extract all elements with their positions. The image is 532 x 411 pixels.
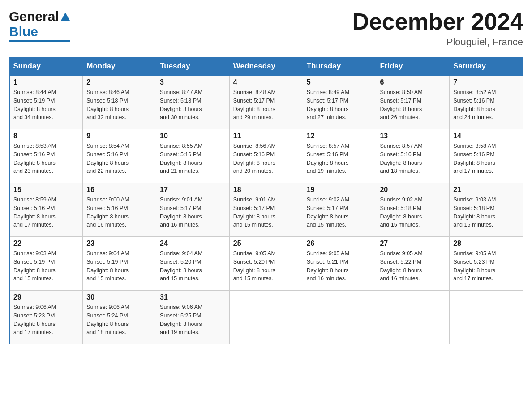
svg-marker-0 <box>61 13 70 21</box>
calendar-day-cell: 28 Sunrise: 9:05 AM Sunset: 5:23 PM Dayl… <box>450 237 523 291</box>
day-number: 10 <box>160 132 226 140</box>
logo-blue: Blue <box>9 24 38 39</box>
calendar-day-cell: 8 Sunrise: 8:53 AM Sunset: 5:16 PM Dayli… <box>9 129 83 183</box>
day-of-week-header: Monday <box>83 57 156 76</box>
calendar-day-cell: 27 Sunrise: 9:05 AM Sunset: 5:22 PM Dayl… <box>376 237 450 291</box>
day-info: Sunrise: 8:56 AM Sunset: 5:16 PM Dayligh… <box>233 142 299 176</box>
calendar-day-cell: 4 Sunrise: 8:48 AM Sunset: 5:17 PM Dayli… <box>229 76 303 129</box>
day-number: 14 <box>453 132 519 140</box>
day-info: Sunrise: 9:00 AM Sunset: 5:16 PM Dayligh… <box>86 196 152 229</box>
day-info: Sunrise: 9:02 AM Sunset: 5:17 PM Dayligh… <box>307 196 373 229</box>
day-info: Sunrise: 8:52 AM Sunset: 5:16 PM Dayligh… <box>453 88 519 122</box>
calendar-table: SundayMondayTuesdayWednesdayThursdayFrid… <box>9 57 523 344</box>
day-info: Sunrise: 8:48 AM Sunset: 5:17 PM Dayligh… <box>233 88 299 122</box>
day-of-week-header: Friday <box>376 57 450 76</box>
day-info: Sunrise: 8:55 AM Sunset: 5:16 PM Dayligh… <box>160 142 226 176</box>
day-number: 12 <box>307 132 373 140</box>
calendar-day-cell: 15 Sunrise: 8:59 AM Sunset: 5:16 PM Dayl… <box>9 183 83 237</box>
day-number: 27 <box>380 240 446 248</box>
day-number: 20 <box>380 186 446 194</box>
day-info: Sunrise: 9:06 AM Sunset: 5:25 PM Dayligh… <box>160 303 226 337</box>
day-info: Sunrise: 8:57 AM Sunset: 5:16 PM Dayligh… <box>380 142 446 176</box>
calendar-day-cell: 11 Sunrise: 8:56 AM Sunset: 5:16 PM Dayl… <box>229 129 303 183</box>
calendar-day-cell: 21 Sunrise: 9:03 AM Sunset: 5:18 PM Dayl… <box>450 183 523 237</box>
day-of-week-header: Thursday <box>303 57 376 76</box>
day-info: Sunrise: 9:05 AM Sunset: 5:23 PM Dayligh… <box>453 249 519 283</box>
day-number: 19 <box>307 186 373 194</box>
logo-triangle-icon <box>61 13 70 21</box>
calendar-day-cell: 10 Sunrise: 8:55 AM Sunset: 5:16 PM Dayl… <box>156 129 230 183</box>
day-info: Sunrise: 9:02 AM Sunset: 5:18 PM Dayligh… <box>380 196 446 229</box>
day-number: 17 <box>160 186 226 194</box>
calendar-day-cell: 26 Sunrise: 9:05 AM Sunset: 5:21 PM Dayl… <box>303 237 376 291</box>
calendar-day-cell: 24 Sunrise: 9:04 AM Sunset: 5:20 PM Dayl… <box>156 237 230 291</box>
day-info: Sunrise: 8:59 AM Sunset: 5:16 PM Dayligh… <box>13 196 79 229</box>
logo: General Blue <box>9 9 70 42</box>
day-number: 7 <box>453 78 519 86</box>
day-info: Sunrise: 8:46 AM Sunset: 5:18 PM Dayligh… <box>86 88 152 122</box>
calendar-day-cell: 29 Sunrise: 9:06 AM Sunset: 5:23 PM Dayl… <box>9 291 83 344</box>
calendar-day-cell: 2 Sunrise: 8:46 AM Sunset: 5:18 PM Dayli… <box>83 76 156 129</box>
day-info: Sunrise: 9:03 AM Sunset: 5:18 PM Dayligh… <box>453 196 519 229</box>
day-of-week-header: Sunday <box>9 57 83 76</box>
month-title: December 2024 <box>352 9 523 34</box>
day-info: Sunrise: 9:06 AM Sunset: 5:23 PM Dayligh… <box>13 303 79 337</box>
calendar-day-cell: 13 Sunrise: 8:57 AM Sunset: 5:16 PM Dayl… <box>376 129 450 183</box>
calendar-day-cell: 5 Sunrise: 8:49 AM Sunset: 5:17 PM Dayli… <box>303 76 376 129</box>
day-info: Sunrise: 9:03 AM Sunset: 5:19 PM Dayligh… <box>13 249 79 283</box>
calendar-week-row: 22 Sunrise: 9:03 AM Sunset: 5:19 PM Dayl… <box>9 237 523 291</box>
calendar-day-cell: 12 Sunrise: 8:57 AM Sunset: 5:16 PM Dayl… <box>303 129 376 183</box>
day-info: Sunrise: 9:04 AM Sunset: 5:19 PM Dayligh… <box>86 249 152 283</box>
calendar-day-cell: 31 Sunrise: 9:06 AM Sunset: 5:25 PM Dayl… <box>156 291 230 344</box>
calendar-week-row: 29 Sunrise: 9:06 AM Sunset: 5:23 PM Dayl… <box>9 291 523 344</box>
day-number: 13 <box>380 132 446 140</box>
calendar-day-cell: 22 Sunrise: 9:03 AM Sunset: 5:19 PM Dayl… <box>9 237 83 291</box>
day-number: 21 <box>453 186 519 194</box>
day-info: Sunrise: 9:05 AM Sunset: 5:20 PM Dayligh… <box>233 249 299 283</box>
day-info: Sunrise: 9:01 AM Sunset: 5:17 PM Dayligh… <box>160 196 226 229</box>
calendar-day-cell: 16 Sunrise: 9:00 AM Sunset: 5:16 PM Dayl… <box>83 183 156 237</box>
day-info: Sunrise: 9:01 AM Sunset: 5:17 PM Dayligh… <box>233 196 299 229</box>
calendar-week-row: 8 Sunrise: 8:53 AM Sunset: 5:16 PM Dayli… <box>9 129 523 183</box>
day-number: 1 <box>13 78 79 86</box>
calendar-day-cell <box>229 291 303 344</box>
day-info: Sunrise: 8:50 AM Sunset: 5:17 PM Dayligh… <box>380 88 446 122</box>
day-number: 8 <box>13 132 79 140</box>
calendar-day-cell: 19 Sunrise: 9:02 AM Sunset: 5:17 PM Dayl… <box>303 183 376 237</box>
day-number: 31 <box>160 293 226 301</box>
page-header: General Blue December 2024 Plouguiel, Fr… <box>9 9 523 48</box>
day-info: Sunrise: 8:57 AM Sunset: 5:16 PM Dayligh… <box>307 142 373 176</box>
calendar-day-cell: 3 Sunrise: 8:47 AM Sunset: 5:18 PM Dayli… <box>156 76 230 129</box>
day-info: Sunrise: 9:05 AM Sunset: 5:21 PM Dayligh… <box>307 249 373 283</box>
day-number: 30 <box>86 293 152 301</box>
day-info: Sunrise: 8:47 AM Sunset: 5:18 PM Dayligh… <box>160 88 226 122</box>
day-number: 2 <box>86 78 152 86</box>
title-block: December 2024 Plouguiel, France <box>352 9 523 48</box>
calendar-week-row: 1 Sunrise: 8:44 AM Sunset: 5:19 PM Dayli… <box>9 76 523 129</box>
day-number: 11 <box>233 132 299 140</box>
day-info: Sunrise: 8:44 AM Sunset: 5:19 PM Dayligh… <box>13 88 79 122</box>
calendar-day-cell: 17 Sunrise: 9:01 AM Sunset: 5:17 PM Dayl… <box>156 183 230 237</box>
day-number: 9 <box>86 132 152 140</box>
day-number: 25 <box>233 240 299 248</box>
day-number: 24 <box>160 240 226 248</box>
day-number: 29 <box>13 293 79 301</box>
calendar-day-cell <box>303 291 376 344</box>
day-info: Sunrise: 9:06 AM Sunset: 5:24 PM Dayligh… <box>86 303 152 337</box>
calendar-day-cell: 14 Sunrise: 8:58 AM Sunset: 5:16 PM Dayl… <box>450 129 523 183</box>
day-number: 22 <box>13 240 79 248</box>
day-info: Sunrise: 8:58 AM Sunset: 5:16 PM Dayligh… <box>453 142 519 176</box>
calendar-day-cell <box>376 291 450 344</box>
calendar-day-cell: 9 Sunrise: 8:54 AM Sunset: 5:16 PM Dayli… <box>83 129 156 183</box>
day-number: 5 <box>307 78 373 86</box>
calendar-day-cell: 18 Sunrise: 9:01 AM Sunset: 5:17 PM Dayl… <box>229 183 303 237</box>
day-info: Sunrise: 9:04 AM Sunset: 5:20 PM Dayligh… <box>160 249 226 283</box>
day-info: Sunrise: 9:05 AM Sunset: 5:22 PM Dayligh… <box>380 249 446 283</box>
calendar-header-row: SundayMondayTuesdayWednesdayThursdayFrid… <box>9 57 523 76</box>
calendar-day-cell: 7 Sunrise: 8:52 AM Sunset: 5:16 PM Dayli… <box>450 76 523 129</box>
day-info: Sunrise: 8:54 AM Sunset: 5:16 PM Dayligh… <box>86 142 152 176</box>
calendar-day-cell: 20 Sunrise: 9:02 AM Sunset: 5:18 PM Dayl… <box>376 183 450 237</box>
logo-underline <box>9 40 70 42</box>
day-of-week-header: Saturday <box>450 57 523 76</box>
day-of-week-header: Tuesday <box>156 57 230 76</box>
